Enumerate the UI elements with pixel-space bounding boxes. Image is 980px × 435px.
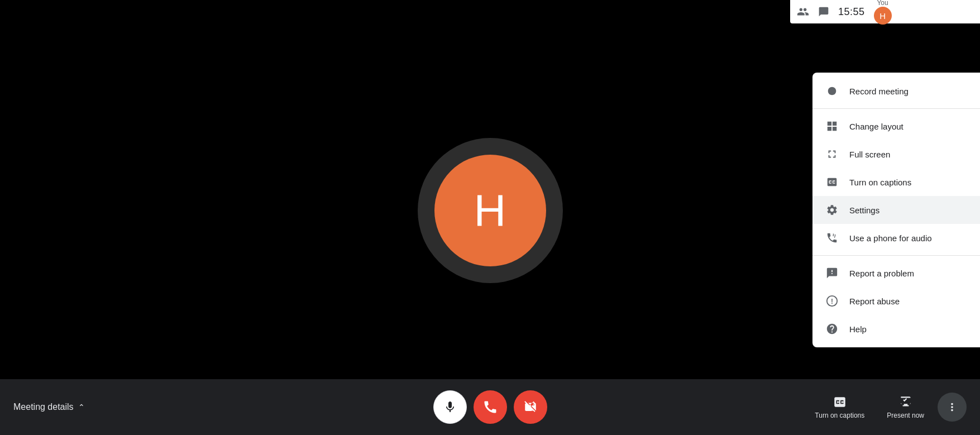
menu-item-captions-label: Turn on captions xyxy=(849,178,911,187)
menu-item-report-abuse-label: Report abuse xyxy=(849,297,900,306)
captions-bottom-label: Turn on captions xyxy=(815,412,864,419)
camera-off-button[interactable] xyxy=(514,390,547,424)
header-bar: 15:55 You H xyxy=(790,0,980,23)
controls-right: Turn on captions Present now xyxy=(806,391,967,423)
menu-item-change-layout-label: Change layout xyxy=(849,122,903,131)
mic-button[interactable] xyxy=(433,390,467,424)
meeting-details-label: Meeting details xyxy=(13,402,74,412)
help-icon xyxy=(826,323,838,335)
menu-item-phone-audio[interactable]: Use a phone for audio xyxy=(812,224,980,252)
svg-text:!: ! xyxy=(831,298,833,305)
avatar-inner: H xyxy=(434,155,546,266)
more-options-button[interactable] xyxy=(938,393,967,422)
menu-item-record-label: Record meeting xyxy=(849,87,909,96)
report-abuse-icon: ! xyxy=(826,295,838,307)
chevron-up-icon: ⌃ xyxy=(78,403,85,412)
present-now-button[interactable]: Present now xyxy=(878,391,933,423)
record-icon xyxy=(826,85,838,97)
avatar-container: H xyxy=(418,138,563,283)
menu-item-settings[interactable]: Settings xyxy=(812,196,980,224)
dropdown-menu: Record meeting Change layout Full screen xyxy=(812,73,980,347)
menu-item-full-screen[interactable]: Full screen xyxy=(812,140,980,168)
menu-divider-1 xyxy=(812,108,980,109)
meeting-details[interactable]: Meeting details ⌃ xyxy=(13,402,85,412)
menu-item-report-problem[interactable]: Report a problem xyxy=(812,259,980,287)
menu-item-fullscreen-label: Full screen xyxy=(849,150,890,159)
hangup-button[interactable] xyxy=(474,390,507,424)
menu-item-captions[interactable]: Turn on captions xyxy=(812,168,980,196)
captions-bottom-icon xyxy=(833,395,847,409)
you-label: You xyxy=(877,0,888,7)
people-icon[interactable] xyxy=(797,6,809,18)
menu-item-change-layout[interactable]: Change layout xyxy=(812,112,980,140)
meeting-time: 15:55 xyxy=(838,6,865,18)
present-icon xyxy=(898,395,913,409)
menu-item-settings-label: Settings xyxy=(849,205,879,215)
main-video-area: H 15:55 You H Record me xyxy=(0,0,980,435)
user-info: You H xyxy=(874,0,892,25)
menu-item-phone-audio-label: Use a phone for audio xyxy=(849,233,932,243)
phone-audio-icon xyxy=(826,232,838,244)
avatar-letter: H xyxy=(474,185,506,236)
menu-item-report-abuse[interactable]: ! Report abuse xyxy=(812,287,980,315)
fullscreen-icon xyxy=(826,148,838,160)
bottom-bar: Meeting details ⌃ xyxy=(0,379,980,435)
menu-item-record-meeting[interactable]: Record meeting xyxy=(812,77,980,105)
controls-center xyxy=(433,390,547,424)
svg-point-0 xyxy=(828,87,836,95)
settings-icon xyxy=(826,204,838,216)
report-problem-icon xyxy=(826,267,838,279)
menu-item-help-label: Help xyxy=(849,324,867,334)
user-avatar: H xyxy=(874,7,892,25)
chat-icon[interactable] xyxy=(818,6,829,17)
layout-icon xyxy=(826,120,838,132)
menu-item-help[interactable]: Help xyxy=(812,315,980,343)
captions-icon xyxy=(826,176,838,188)
captions-bottom-button[interactable]: Turn on captions xyxy=(806,391,873,423)
menu-divider-2 xyxy=(812,255,980,256)
menu-item-report-problem-label: Report a problem xyxy=(849,269,914,278)
present-now-label: Present now xyxy=(887,412,924,419)
